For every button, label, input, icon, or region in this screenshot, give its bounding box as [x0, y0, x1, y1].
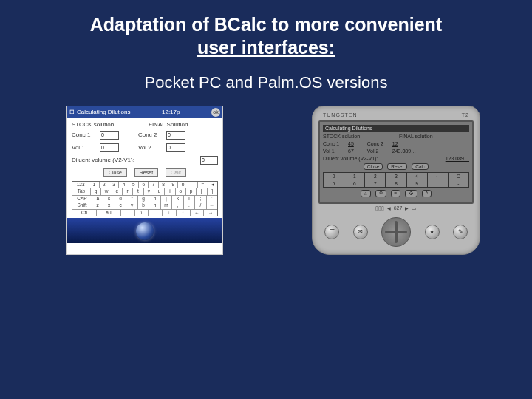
ppc-reset-button[interactable]: Reset	[134, 168, 158, 177]
key-0[interactable]: 0	[324, 173, 344, 180]
key-space[interactable]	[149, 210, 163, 216]
key-4[interactable]: 4	[407, 173, 428, 180]
key-`[interactable]: `	[121, 210, 135, 216]
palm-conc2-input[interactable]: 12	[392, 141, 398, 146]
key-=[interactable]: =	[198, 182, 208, 188]
palm-hw-button-2[interactable]: ✉	[353, 225, 368, 239]
palm-calc-button[interactable]: Calc	[412, 163, 429, 170]
key-áü[interactable]: áü	[97, 210, 121, 216]
key-p[interactable]: p	[186, 188, 197, 195]
palm-menu-icon[interactable]: ≡	[391, 190, 401, 197]
key-Ctl[interactable]: Ctl	[72, 210, 97, 216]
key-←[interactable]: ←	[191, 210, 205, 216]
ppc-conc1-input[interactable]: 0	[100, 131, 119, 140]
key-3[interactable]: 3	[109, 182, 119, 188]
key-9[interactable]: 9	[168, 182, 178, 188]
ppc-conc2-input[interactable]: 0	[166, 131, 185, 140]
palm-hw-button-1[interactable]: ☰	[324, 225, 339, 239]
key-s[interactable]: s	[103, 196, 115, 202]
ppc-vol2-input[interactable]: 0	[166, 143, 185, 152]
key-n[interactable]: n	[149, 202, 160, 209]
key-5[interactable]: 5	[129, 182, 139, 188]
key-f[interactable]: f	[126, 196, 137, 202]
key-o[interactable]: o	[176, 188, 186, 195]
key-8[interactable]: 8	[386, 180, 406, 187]
key-h[interactable]: h	[149, 196, 160, 202]
key-v[interactable]: v	[126, 202, 137, 209]
palm-abc-icon[interactable]: ᴬ	[422, 190, 432, 197]
key-d[interactable]: d	[115, 196, 126, 202]
palm-find-icon[interactable]: ⚲	[375, 190, 386, 197]
palm-hw-button-4[interactable]: ✎	[453, 225, 468, 239]
key-r[interactable]: r	[123, 188, 133, 195]
palm-reset-button[interactable]: Reset	[387, 163, 407, 170]
palm-left-arrow-icon[interactable]: ◀	[387, 205, 391, 211]
palm-numpad[interactable]: 01234←C 56789.-	[323, 172, 469, 188]
key-t[interactable]: t	[133, 188, 143, 195]
key-0[interactable]: 0	[178, 182, 188, 188]
palm-conc1-input[interactable]: 45	[348, 141, 354, 146]
key-.[interactable]: .	[184, 202, 195, 209]
key-2[interactable]: 2	[100, 182, 109, 188]
key-1[interactable]: 1	[344, 173, 365, 180]
key-m[interactable]: m	[161, 202, 172, 209]
key-a[interactable]: a	[92, 196, 103, 202]
key-6[interactable]: 6	[344, 180, 365, 187]
key-7[interactable]: 7	[365, 180, 386, 187]
key-1[interactable]: 1	[89, 182, 99, 188]
key-Tab[interactable]: Tab	[72, 188, 91, 195]
key-w[interactable]: w	[101, 188, 112, 195]
key-7[interactable]: 7	[149, 182, 158, 188]
key-;[interactable]: ;	[195, 196, 206, 202]
key-Shift[interactable]: Shift	[72, 202, 92, 209]
key-y[interactable]: y	[144, 188, 154, 195]
key-i[interactable]: i	[165, 188, 175, 195]
palm-vol1-input[interactable]: 67	[348, 149, 354, 154]
key-CAP[interactable]: CAP	[72, 196, 92, 202]
key-j[interactable]: j	[161, 196, 172, 202]
palm-clock-icon[interactable]: ⏲	[405, 190, 417, 197]
ppc-start-icon[interactable]: ⊞	[69, 109, 75, 115]
ppc-close-button[interactable]: Close	[103, 168, 127, 177]
key-e[interactable]: e	[112, 188, 123, 195]
key-←[interactable]: ←	[207, 202, 217, 209]
key-q[interactable]: q	[91, 188, 101, 195]
ppc-soft-keyboard[interactable]: 1231234567890-=◄ Tabqwertyuiop[] CAPasdf…	[72, 181, 218, 217]
key-k[interactable]: k	[172, 196, 183, 202]
key-→[interactable]: →	[204, 210, 217, 216]
ppc-calc-button[interactable]: Calc	[166, 168, 186, 177]
palm-right-arrow-icon[interactable]: ▶	[405, 205, 409, 211]
ppc-ok-button[interactable]: ok	[211, 108, 220, 117]
key-4[interactable]: 4	[119, 182, 129, 188]
palm-dpad[interactable]	[381, 217, 411, 247]
key-x[interactable]: x	[103, 202, 115, 209]
key-↓[interactable]: ↓	[163, 210, 177, 216]
key-6[interactable]: 6	[139, 182, 149, 188]
key-][interactable]: ]	[208, 188, 217, 195]
key-[[interactable]: [	[197, 188, 207, 195]
key-g[interactable]: g	[138, 196, 149, 202]
key-z[interactable]: z	[92, 202, 103, 209]
key-123[interactable]: 123	[72, 182, 89, 188]
key-/[interactable]: /	[195, 202, 206, 209]
key-\[interactable]: \	[135, 210, 149, 216]
palm-home-icon[interactable]: ⌂	[361, 190, 371, 197]
key-2[interactable]: 2	[365, 173, 386, 180]
key-8[interactable]: 8	[159, 182, 168, 188]
key-↑[interactable]: ↑	[177, 210, 191, 216]
key-5[interactable]: 5	[324, 180, 344, 187]
key-3[interactable]: 3	[386, 173, 406, 180]
key-u[interactable]: u	[154, 188, 165, 195]
key--[interactable]: -	[449, 180, 468, 187]
key-l[interactable]: l	[184, 196, 195, 202]
key-b[interactable]: b	[138, 202, 149, 209]
key-c[interactable]: c	[115, 202, 126, 209]
palm-close-button[interactable]: Close	[364, 163, 383, 170]
key-.[interactable]: .	[428, 180, 449, 187]
key-9[interactable]: 9	[407, 180, 428, 187]
ppc-vol1-input[interactable]: 0	[100, 143, 119, 152]
key-◄[interactable]: ◄	[208, 182, 217, 188]
palm-hw-button-3[interactable]: ★	[425, 225, 440, 239]
key-C[interactable]: C	[449, 173, 468, 180]
key--[interactable]: -	[188, 182, 198, 188]
